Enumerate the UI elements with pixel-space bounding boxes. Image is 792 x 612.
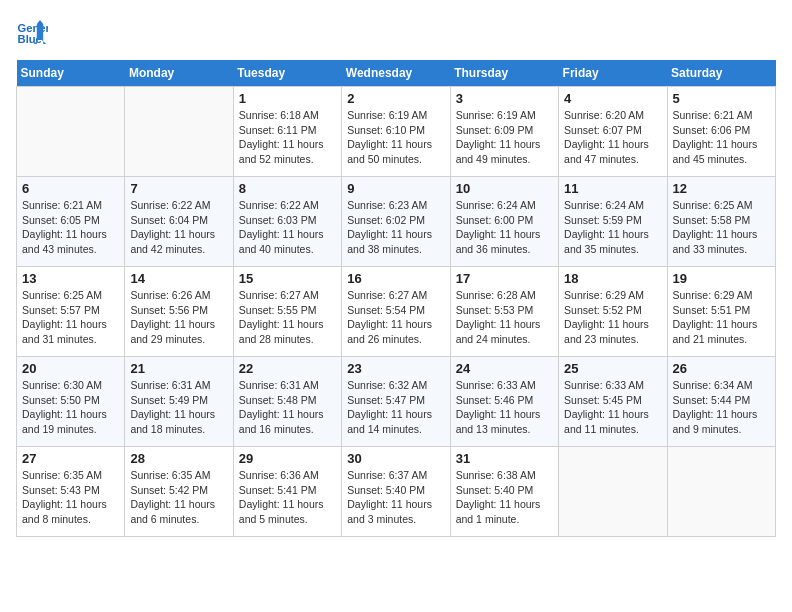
calendar-cell: 5Sunrise: 6:21 AMSunset: 6:06 PMDaylight…	[667, 87, 775, 177]
calendar-table: SundayMondayTuesdayWednesdayThursdayFrid…	[16, 60, 776, 537]
day-number: 16	[347, 271, 444, 286]
day-number: 20	[22, 361, 119, 376]
weekday-header-wednesday: Wednesday	[342, 60, 450, 87]
day-info: Sunrise: 6:25 AMSunset: 5:57 PMDaylight:…	[22, 288, 119, 347]
calendar-cell: 14Sunrise: 6:26 AMSunset: 5:56 PMDayligh…	[125, 267, 233, 357]
day-info: Sunrise: 6:20 AMSunset: 6:07 PMDaylight:…	[564, 108, 661, 167]
calendar-cell: 4Sunrise: 6:20 AMSunset: 6:07 PMDaylight…	[559, 87, 667, 177]
day-number: 22	[239, 361, 336, 376]
calendar-cell: 24Sunrise: 6:33 AMSunset: 5:46 PMDayligh…	[450, 357, 558, 447]
day-number: 10	[456, 181, 553, 196]
day-number: 8	[239, 181, 336, 196]
calendar-cell: 10Sunrise: 6:24 AMSunset: 6:00 PMDayligh…	[450, 177, 558, 267]
weekday-header-sunday: Sunday	[17, 60, 125, 87]
day-info: Sunrise: 6:29 AMSunset: 5:51 PMDaylight:…	[673, 288, 770, 347]
day-info: Sunrise: 6:21 AMSunset: 6:06 PMDaylight:…	[673, 108, 770, 167]
day-number: 18	[564, 271, 661, 286]
day-info: Sunrise: 6:35 AMSunset: 5:43 PMDaylight:…	[22, 468, 119, 527]
day-number: 9	[347, 181, 444, 196]
day-info: Sunrise: 6:27 AMSunset: 5:55 PMDaylight:…	[239, 288, 336, 347]
day-number: 13	[22, 271, 119, 286]
day-number: 6	[22, 181, 119, 196]
day-number: 7	[130, 181, 227, 196]
day-number: 23	[347, 361, 444, 376]
day-info: Sunrise: 6:34 AMSunset: 5:44 PMDaylight:…	[673, 378, 770, 437]
day-number: 24	[456, 361, 553, 376]
weekday-header-monday: Monday	[125, 60, 233, 87]
weekday-header-tuesday: Tuesday	[233, 60, 341, 87]
calendar-cell: 12Sunrise: 6:25 AMSunset: 5:58 PMDayligh…	[667, 177, 775, 267]
calendar-cell: 25Sunrise: 6:33 AMSunset: 5:45 PMDayligh…	[559, 357, 667, 447]
day-info: Sunrise: 6:22 AMSunset: 6:03 PMDaylight:…	[239, 198, 336, 257]
day-info: Sunrise: 6:25 AMSunset: 5:58 PMDaylight:…	[673, 198, 770, 257]
day-info: Sunrise: 6:22 AMSunset: 6:04 PMDaylight:…	[130, 198, 227, 257]
day-info: Sunrise: 6:21 AMSunset: 6:05 PMDaylight:…	[22, 198, 119, 257]
calendar-cell: 2Sunrise: 6:19 AMSunset: 6:10 PMDaylight…	[342, 87, 450, 177]
day-number: 29	[239, 451, 336, 466]
day-info: Sunrise: 6:24 AMSunset: 6:00 PMDaylight:…	[456, 198, 553, 257]
day-number: 19	[673, 271, 770, 286]
day-info: Sunrise: 6:37 AMSunset: 5:40 PMDaylight:…	[347, 468, 444, 527]
weekday-header-thursday: Thursday	[450, 60, 558, 87]
calendar-cell: 13Sunrise: 6:25 AMSunset: 5:57 PMDayligh…	[17, 267, 125, 357]
calendar-cell: 17Sunrise: 6:28 AMSunset: 5:53 PMDayligh…	[450, 267, 558, 357]
calendar-cell: 27Sunrise: 6:35 AMSunset: 5:43 PMDayligh…	[17, 447, 125, 537]
calendar-cell: 7Sunrise: 6:22 AMSunset: 6:04 PMDaylight…	[125, 177, 233, 267]
day-info: Sunrise: 6:33 AMSunset: 5:46 PMDaylight:…	[456, 378, 553, 437]
day-info: Sunrise: 6:36 AMSunset: 5:41 PMDaylight:…	[239, 468, 336, 527]
day-info: Sunrise: 6:35 AMSunset: 5:42 PMDaylight:…	[130, 468, 227, 527]
calendar-cell	[559, 447, 667, 537]
day-number: 12	[673, 181, 770, 196]
day-number: 4	[564, 91, 661, 106]
calendar-cell: 21Sunrise: 6:31 AMSunset: 5:49 PMDayligh…	[125, 357, 233, 447]
day-number: 3	[456, 91, 553, 106]
day-info: Sunrise: 6:32 AMSunset: 5:47 PMDaylight:…	[347, 378, 444, 437]
day-info: Sunrise: 6:23 AMSunset: 6:02 PMDaylight:…	[347, 198, 444, 257]
calendar-cell: 1Sunrise: 6:18 AMSunset: 6:11 PMDaylight…	[233, 87, 341, 177]
logo-icon: General Blue	[16, 16, 48, 48]
day-number: 2	[347, 91, 444, 106]
day-info: Sunrise: 6:19 AMSunset: 6:09 PMDaylight:…	[456, 108, 553, 167]
calendar-cell	[17, 87, 125, 177]
day-info: Sunrise: 6:38 AMSunset: 5:40 PMDaylight:…	[456, 468, 553, 527]
calendar-cell: 11Sunrise: 6:24 AMSunset: 5:59 PMDayligh…	[559, 177, 667, 267]
calendar-cell: 30Sunrise: 6:37 AMSunset: 5:40 PMDayligh…	[342, 447, 450, 537]
weekday-header-friday: Friday	[559, 60, 667, 87]
day-info: Sunrise: 6:31 AMSunset: 5:49 PMDaylight:…	[130, 378, 227, 437]
logo: General Blue	[16, 16, 52, 48]
day-info: Sunrise: 6:31 AMSunset: 5:48 PMDaylight:…	[239, 378, 336, 437]
calendar-cell: 6Sunrise: 6:21 AMSunset: 6:05 PMDaylight…	[17, 177, 125, 267]
calendar-cell: 9Sunrise: 6:23 AMSunset: 6:02 PMDaylight…	[342, 177, 450, 267]
day-info: Sunrise: 6:19 AMSunset: 6:10 PMDaylight:…	[347, 108, 444, 167]
day-number: 11	[564, 181, 661, 196]
day-number: 30	[347, 451, 444, 466]
day-number: 28	[130, 451, 227, 466]
day-info: Sunrise: 6:29 AMSunset: 5:52 PMDaylight:…	[564, 288, 661, 347]
calendar-cell: 28Sunrise: 6:35 AMSunset: 5:42 PMDayligh…	[125, 447, 233, 537]
day-number: 26	[673, 361, 770, 376]
page-header: General Blue	[16, 16, 776, 48]
svg-text:General: General	[18, 22, 48, 34]
day-info: Sunrise: 6:18 AMSunset: 6:11 PMDaylight:…	[239, 108, 336, 167]
calendar-cell: 29Sunrise: 6:36 AMSunset: 5:41 PMDayligh…	[233, 447, 341, 537]
calendar-cell: 19Sunrise: 6:29 AMSunset: 5:51 PMDayligh…	[667, 267, 775, 357]
calendar-cell	[125, 87, 233, 177]
day-number: 17	[456, 271, 553, 286]
day-info: Sunrise: 6:30 AMSunset: 5:50 PMDaylight:…	[22, 378, 119, 437]
calendar-cell: 3Sunrise: 6:19 AMSunset: 6:09 PMDaylight…	[450, 87, 558, 177]
day-info: Sunrise: 6:26 AMSunset: 5:56 PMDaylight:…	[130, 288, 227, 347]
day-number: 31	[456, 451, 553, 466]
day-number: 1	[239, 91, 336, 106]
calendar-cell: 31Sunrise: 6:38 AMSunset: 5:40 PMDayligh…	[450, 447, 558, 537]
calendar-cell: 16Sunrise: 6:27 AMSunset: 5:54 PMDayligh…	[342, 267, 450, 357]
day-info: Sunrise: 6:28 AMSunset: 5:53 PMDaylight:…	[456, 288, 553, 347]
day-number: 25	[564, 361, 661, 376]
calendar-cell: 15Sunrise: 6:27 AMSunset: 5:55 PMDayligh…	[233, 267, 341, 357]
weekday-header-saturday: Saturday	[667, 60, 775, 87]
calendar-cell: 20Sunrise: 6:30 AMSunset: 5:50 PMDayligh…	[17, 357, 125, 447]
calendar-cell: 22Sunrise: 6:31 AMSunset: 5:48 PMDayligh…	[233, 357, 341, 447]
day-info: Sunrise: 6:24 AMSunset: 5:59 PMDaylight:…	[564, 198, 661, 257]
calendar-cell: 26Sunrise: 6:34 AMSunset: 5:44 PMDayligh…	[667, 357, 775, 447]
day-number: 15	[239, 271, 336, 286]
day-number: 21	[130, 361, 227, 376]
